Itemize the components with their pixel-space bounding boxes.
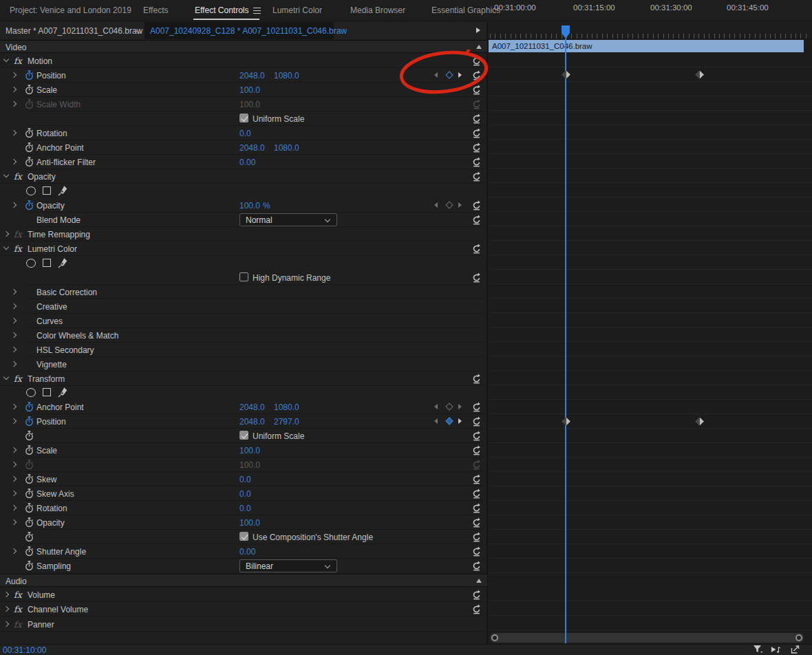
shutter-checkbox[interactable] [239, 532, 248, 541]
sampling-dropdown[interactable]: Bilinear [239, 559, 337, 572]
next-keyframe-icon[interactable] [458, 72, 462, 78]
row-motion-uniform-scale[interactable]: Uniform Scale [0, 111, 487, 126]
reset-icon[interactable] [471, 546, 482, 557]
param-value-y[interactable]: 2797.0 [274, 417, 299, 427]
reset-icon[interactable] [471, 517, 482, 528]
add-keyframe-icon[interactable] [445, 402, 453, 410]
fx-badge-icon[interactable]: fx [14, 604, 23, 614]
tab-media-browser[interactable]: Media Browser [350, 6, 405, 15]
reset-icon[interactable] [471, 445, 482, 455]
param-value-x[interactable]: 2048.0 [239, 143, 265, 153]
twirl-closed-icon[interactable] [3, 591, 10, 598]
reset-icon[interactable] [471, 503, 482, 513]
row-transform-skew-axis[interactable]: Skew Axis 0.0 [0, 486, 487, 501]
row-motion-rotation[interactable]: Rotation 0.0 [0, 126, 487, 140]
param-value-y[interactable]: 1080.0 [274, 71, 299, 80]
stopwatch-icon[interactable] [25, 445, 34, 455]
row-opacity-header[interactable]: fx Opacity [0, 169, 487, 184]
param-value[interactable]: 0.00 [239, 547, 255, 557]
twirl-closed-icon[interactable] [10, 202, 17, 208]
stopwatch-icon[interactable] [25, 85, 34, 95]
reset-icon[interactable] [471, 157, 482, 167]
uniform-scale-checkbox[interactable] [239, 431, 248, 440]
reset-icon[interactable] [471, 532, 482, 542]
row-blend-mode[interactable]: Blend Mode Normal [0, 213, 487, 227]
tab-essential-graphics[interactable]: Essential Graphics [431, 6, 500, 15]
twirl-closed-icon[interactable] [10, 288, 17, 295]
stopwatch-icon[interactable] [25, 157, 34, 167]
stopwatch-icon[interactable] [25, 503, 34, 513]
twirl-open-icon[interactable] [3, 173, 10, 180]
tab-lumetri-color[interactable]: Lumetri Color [273, 6, 322, 15]
twirl-closed-icon[interactable] [10, 418, 17, 425]
reset-icon[interactable] [471, 114, 482, 124]
prev-keyframe-icon[interactable] [434, 72, 438, 78]
ellipse-mask-icon[interactable] [26, 259, 36, 268]
prev-keyframe-icon[interactable] [434, 202, 438, 208]
stopwatch-icon[interactable] [25, 561, 34, 571]
tab-effect-controls[interactable]: Effect Controls [195, 6, 248, 15]
fx-badge-icon[interactable]: fx [14, 374, 23, 384]
row-opacity-opacity[interactable]: Opacity 100.0 % [0, 198, 487, 213]
twirl-closed-icon[interactable] [10, 504, 17, 511]
twirl-closed-icon[interactable] [10, 158, 17, 165]
param-value[interactable]: 100.0 [239, 446, 260, 455]
row-volume[interactable]: fx Volume [0, 588, 487, 602]
reset-icon[interactable] [471, 402, 482, 412]
row-lumetri-color-wheels[interactable]: Color Wheels & Match [0, 328, 487, 343]
collapse-section-icon[interactable] [476, 579, 482, 583]
stopwatch-icon[interactable] [25, 416, 34, 427]
param-value-y[interactable]: 1080.0 [274, 402, 299, 412]
param-value[interactable]: 100.0 [239, 201, 260, 211]
row-motion-position[interactable]: Position 2048.0 1080.0 [0, 68, 487, 83]
rect-mask-icon[interactable] [43, 259, 51, 267]
twirl-closed-icon[interactable] [10, 548, 17, 555]
add-keyframe-icon[interactable] [445, 201, 453, 208]
next-keyframe-icon[interactable] [458, 418, 462, 424]
row-transform-opacity[interactable]: Opacity 100.0 [0, 515, 487, 530]
breadcrumb-sequence-clip[interactable]: A007_10240928_C128 * A007_10211031_C046.… [150, 26, 347, 36]
param-value-x[interactable]: 2048.0 [239, 402, 265, 412]
row-lumetri-vignette[interactable]: Vignette [0, 357, 487, 372]
reset-icon[interactable] [471, 171, 482, 182]
param-value[interactable]: 0.0 [239, 489, 251, 499]
stopwatch-icon[interactable] [25, 70, 34, 80]
pen-mask-icon[interactable] [58, 257, 68, 268]
reset-icon[interactable] [471, 56, 482, 66]
twirl-closed-icon[interactable] [10, 72, 17, 78]
fx-badge-icon[interactable]: fx [14, 171, 23, 182]
twirl-closed-icon[interactable] [10, 403, 17, 410]
row-transform-anchor[interactable]: Anchor Point 2048.0 1080.0 [0, 400, 487, 414]
video-section-header[interactable]: Video [0, 40, 487, 53]
stopwatch-icon[interactable] [25, 488, 34, 499]
twirl-closed-icon[interactable] [10, 129, 17, 136]
fx-badge-icon[interactable]: fx [14, 590, 23, 600]
twirl-closed-icon[interactable] [10, 100, 17, 107]
reset-icon[interactable] [471, 488, 482, 499]
twirl-open-icon[interactable] [3, 245, 10, 252]
row-hdr[interactable]: High Dynamic Range [0, 270, 487, 285]
chevron-down-icon[interactable] [137, 29, 142, 34]
row-transform-scale[interactable]: Scale 100.0 [0, 443, 487, 458]
param-value[interactable]: 0.0 [239, 504, 251, 513]
blend-mode-dropdown[interactable]: Normal [239, 213, 337, 226]
twirl-closed-icon[interactable] [10, 490, 17, 497]
breadcrumb-forward-icon[interactable] [476, 28, 480, 33]
row-lumetri-creative[interactable]: Creative [0, 299, 487, 314]
zoom-handle-right[interactable] [795, 634, 802, 641]
row-transform-use-shutter[interactable]: Use Composition's Shutter Angle [0, 530, 487, 544]
row-transform-skew[interactable]: Skew 0.0 [0, 472, 487, 486]
row-transform-uniform-scale[interactable]: Uniform Scale [0, 429, 487, 443]
fx-badge-icon[interactable]: fx [14, 56, 23, 66]
twirl-closed-icon[interactable] [10, 461, 17, 468]
uniform-scale-checkbox[interactable] [239, 114, 248, 122]
tab-project[interactable]: Project: Venice and London 2019 [10, 6, 131, 15]
reset-icon[interactable] [471, 142, 482, 153]
twirl-closed-icon[interactable] [10, 447, 17, 453]
ellipse-mask-icon[interactable] [26, 388, 36, 397]
playhead-line[interactable] [565, 39, 566, 643]
twirl-closed-icon[interactable] [10, 361, 17, 367]
fx-badge-icon[interactable]: fx [14, 244, 23, 254]
row-lumetri-basic-correction[interactable]: Basic Correction [0, 285, 487, 299]
row-time-remapping[interactable]: fx Time Remapping [0, 227, 487, 241]
